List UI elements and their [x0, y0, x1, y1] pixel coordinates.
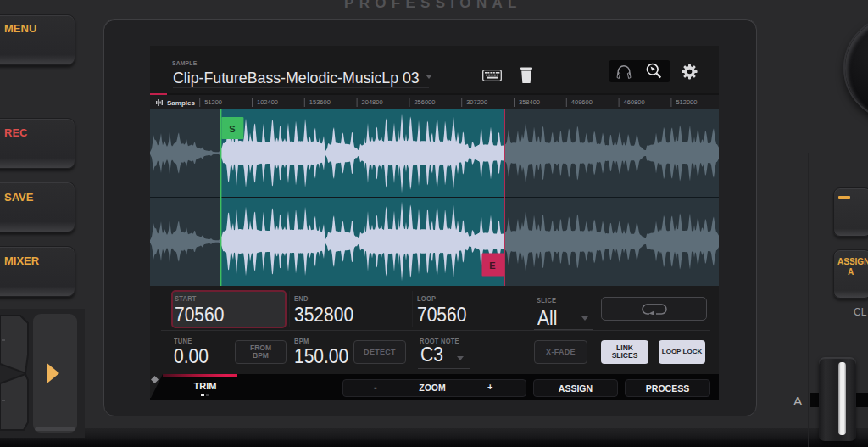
svg-text:204800: 204800: [362, 98, 383, 106]
svg-text:307200: 307200: [466, 98, 487, 106]
svg-text:S: S: [229, 124, 235, 134]
svg-text:102400: 102400: [257, 98, 278, 106]
svg-text:E: E: [489, 260, 495, 271]
svg-text:409600: 409600: [571, 98, 593, 106]
svg-text:51200: 51200: [204, 98, 222, 106]
svg-text:Samples: Samples: [167, 99, 195, 107]
svg-text:256000: 256000: [414, 98, 435, 106]
svg-text:460800: 460800: [624, 98, 645, 106]
svg-text:512000: 512000: [676, 98, 697, 106]
svg-text:358400: 358400: [519, 98, 540, 106]
svg-text:153600: 153600: [309, 98, 331, 106]
